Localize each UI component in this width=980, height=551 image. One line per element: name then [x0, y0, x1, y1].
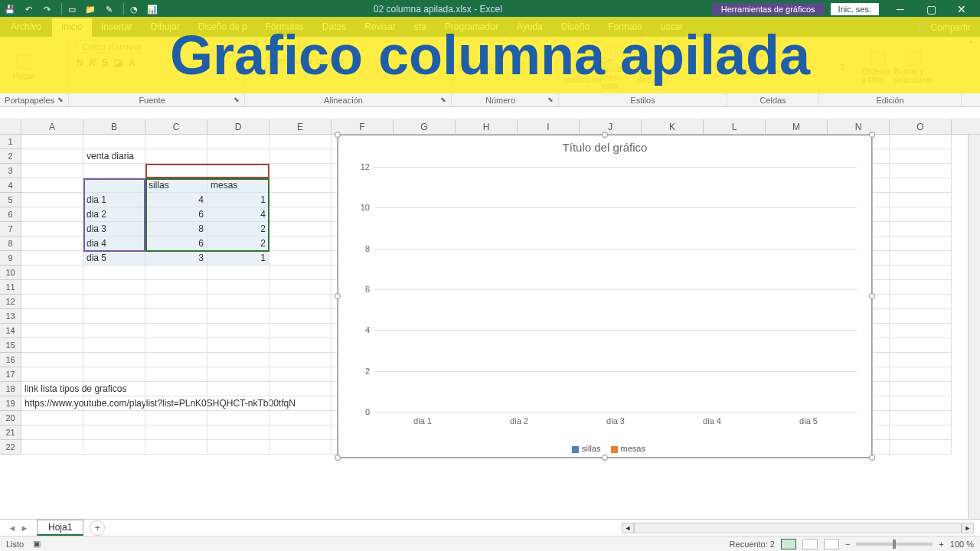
italic-button[interactable]: K [90, 57, 96, 68]
row-header[interactable]: 7 [0, 222, 21, 236]
row-header[interactable]: 20 [0, 411, 21, 425]
cell[interactable] [145, 135, 207, 149]
cell[interactable] [83, 367, 145, 382]
cell[interactable] [83, 382, 145, 396]
cell[interactable] [21, 207, 83, 222]
cell[interactable] [145, 353, 207, 367]
save-icon[interactable]: 💾 [3, 2, 17, 16]
row-header[interactable]: 9 [0, 251, 21, 266]
cell[interactable] [83, 324, 145, 338]
qat-brush-icon[interactable]: ✎ [102, 2, 116, 16]
col-header[interactable]: A [21, 119, 83, 134]
cell[interactable] [207, 425, 270, 440]
cell[interactable] [83, 396, 145, 411]
cell[interactable] [270, 396, 332, 411]
cell[interactable] [145, 280, 207, 295]
col-header[interactable]: D [207, 119, 270, 134]
cell[interactable] [83, 425, 145, 440]
cell[interactable] [890, 193, 952, 207]
cell[interactable] [21, 222, 83, 236]
cell[interactable] [270, 440, 332, 455]
tab-programador[interactable]: Programador [436, 18, 508, 37]
cell[interactable] [21, 295, 83, 309]
col-header[interactable]: E [270, 119, 332, 134]
row-header[interactable]: 17 [0, 367, 21, 382]
qat-open-icon[interactable]: 📁 [83, 2, 97, 16]
tab-ayuda[interactable]: Ayuda [508, 18, 552, 37]
conditional-format-button[interactable]: Formato condicional [567, 44, 599, 90]
cell[interactable] [890, 396, 952, 411]
cell[interactable] [207, 135, 270, 149]
cell[interactable] [145, 149, 207, 164]
cell[interactable] [270, 425, 332, 440]
cell[interactable]: 1 [207, 251, 270, 266]
cell[interactable] [83, 280, 145, 295]
cell[interactable]: dia 5 [83, 251, 145, 266]
col-header[interactable]: K [642, 119, 704, 134]
cell[interactable] [83, 266, 145, 280]
qat-pie-icon[interactable]: ◔ [127, 2, 141, 16]
cell[interactable] [270, 280, 332, 295]
font-name[interactable]: Calibri (Cuerpo) [77, 41, 147, 53]
maximize-button[interactable]: ▢ [916, 0, 946, 18]
view-normal-button[interactable] [781, 539, 796, 549]
cell[interactable] [21, 324, 83, 338]
redo-icon[interactable]: ↷ [40, 2, 54, 16]
row-header[interactable]: 8 [0, 236, 21, 251]
cell[interactable] [21, 178, 83, 193]
insert-cells-button[interactable]: ▦ [735, 41, 743, 51]
sheet-tab-hoja1[interactable]: Hoja1 [37, 520, 83, 536]
cell[interactable] [83, 440, 145, 455]
cell[interactable] [21, 338, 83, 353]
align-middle-icon[interactable]: ≡ [268, 41, 273, 51]
cell[interactable] [890, 367, 952, 382]
tab-insertar[interactable]: Insertar [92, 18, 142, 37]
cell[interactable] [270, 207, 332, 222]
tab-revisar[interactable]: Revisar [355, 18, 405, 37]
cell[interactable] [890, 207, 952, 222]
col-header[interactable]: G [394, 119, 456, 134]
row-header[interactable]: 2 [0, 149, 21, 164]
cell[interactable] [890, 149, 952, 164]
cell[interactable] [270, 222, 332, 236]
cell[interactable] [890, 440, 952, 455]
cell[interactable] [145, 440, 207, 455]
currency-icon[interactable]: $ [459, 62, 465, 73]
cell[interactable] [207, 324, 270, 338]
cell[interactable] [145, 295, 207, 309]
col-header[interactable]: H [456, 119, 518, 134]
cell[interactable] [83, 338, 145, 353]
row-header[interactable]: 21 [0, 425, 21, 440]
cell[interactable] [145, 338, 207, 353]
sort-filter-button[interactable]: Ordenar y filtrar [862, 44, 894, 90]
paste-button[interactable]: Pegar [8, 44, 40, 90]
chart-legend[interactable]: sillas mesas [338, 444, 872, 453]
cell[interactable] [83, 353, 145, 367]
row-header[interactable]: 10 [0, 266, 21, 280]
zoom-out-icon[interactable]: − [845, 540, 850, 549]
cell[interactable] [145, 309, 207, 324]
minimize-button[interactable]: ─ [885, 0, 916, 18]
cell[interactable] [890, 251, 952, 266]
format-cells-button[interactable]: ▦ Formato▾ [735, 67, 781, 77]
col-header[interactable]: L [704, 119, 766, 134]
cell[interactable] [270, 295, 332, 309]
cell[interactable] [890, 295, 952, 309]
align-left-icon[interactable]: ≡ [253, 56, 258, 67]
cell[interactable] [83, 295, 145, 309]
macro-record-icon[interactable]: ▣ [33, 539, 41, 549]
dialog-launcher-icon[interactable]: ⬊ [57, 96, 64, 103]
tab-file[interactable]: Archivo [0, 18, 52, 37]
underline-button[interactable]: S [102, 57, 108, 68]
select-all-triangle[interactable] [0, 119, 21, 135]
cell[interactable] [270, 382, 332, 396]
cell[interactable] [270, 324, 332, 338]
cell-styles-button[interactable]: Estilos de celda [637, 44, 669, 90]
cell[interactable] [83, 309, 145, 324]
cell[interactable] [270, 338, 332, 353]
cell[interactable] [270, 353, 332, 367]
percent-icon[interactable]: % [468, 62, 476, 73]
horizontal-scrollbar[interactable]: ◄ ► [622, 523, 974, 533]
cell[interactable] [890, 178, 952, 193]
cell[interactable] [21, 149, 83, 164]
